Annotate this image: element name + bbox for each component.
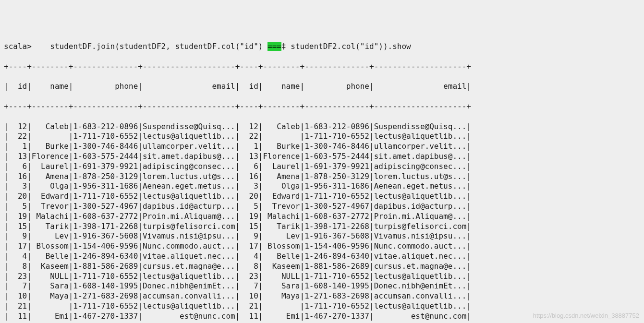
table-body: | 12| Caleb|1-683-212-0896|Suspendisse@Q… xyxy=(4,122,640,322)
repl-command-before: studentDF.join(studentDF2, studentDF.col… xyxy=(50,42,267,51)
table-header-row: | id| name| phone| email| id| name| phon… xyxy=(4,82,640,92)
text-cursor-icon: ‡ xyxy=(281,42,286,52)
table-border-mid: +----+--------+--------------+----------… xyxy=(4,102,640,112)
table-border-top: +----+--------+--------------+----------… xyxy=(4,62,640,72)
repl-prompt-prefix: scala> xyxy=(4,42,50,51)
repl-prompt-line[interactable]: scala> studentDF.join(studentDF2, studen… xyxy=(4,42,640,52)
repl-command-after: studentDF2.col("id")).show xyxy=(286,42,411,51)
operator-highlight: === xyxy=(267,42,281,51)
